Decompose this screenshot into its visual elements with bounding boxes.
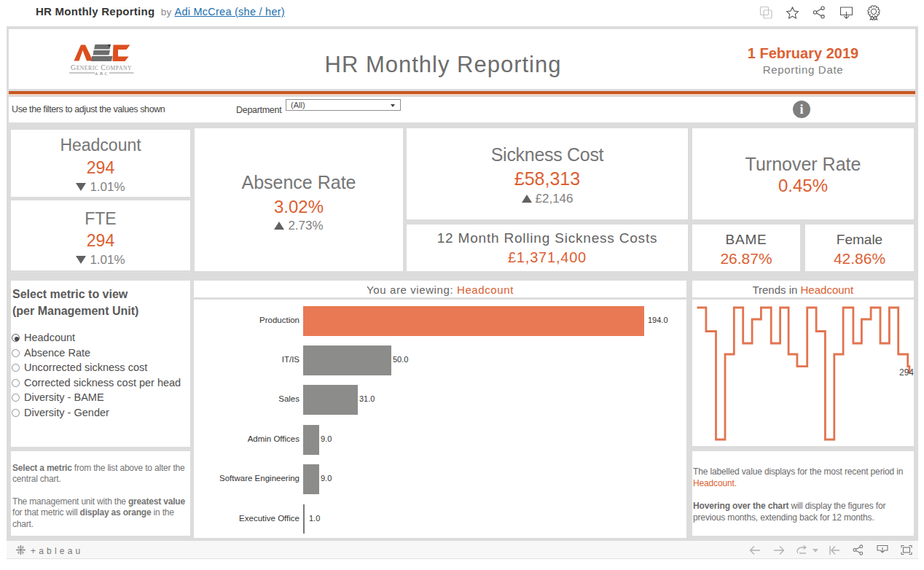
- svg-text:GENERIC COMPANY: GENERIC COMPANY: [71, 63, 132, 71]
- svg-text:+ableau: +ableau: [31, 546, 83, 556]
- svg-text:ABC: ABC: [95, 71, 109, 76]
